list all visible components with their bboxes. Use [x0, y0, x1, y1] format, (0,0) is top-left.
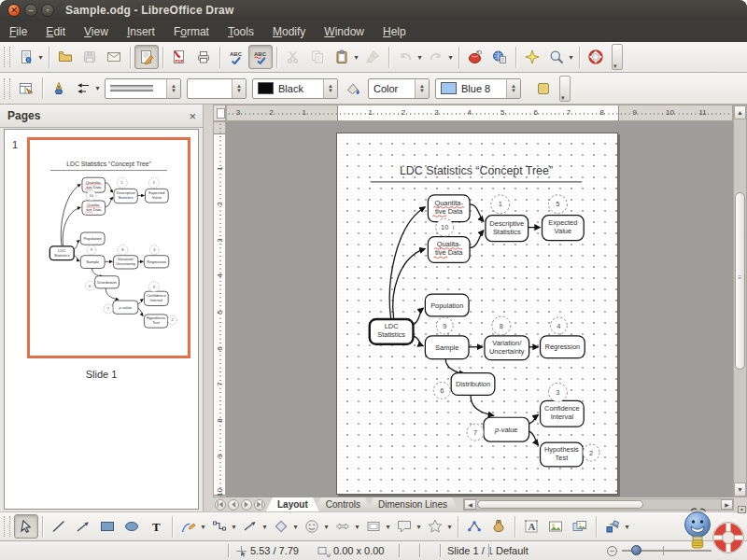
fontwork-button[interactable]: A [519, 514, 543, 539]
shadow-toggle-button[interactable] [531, 77, 556, 101]
connector-button[interactable] [207, 514, 232, 539]
node-sample[interactable]: Sample [80, 256, 105, 269]
insert-picture-button[interactable] [543, 514, 568, 539]
line-width-combo[interactable]: ▲▼ [187, 78, 247, 99]
menu-format[interactable]: Format [164, 21, 218, 42]
export-pdf-button[interactable]: PDF [167, 45, 191, 69]
node-p-value[interactable]: p-value [113, 301, 138, 314]
area-style-combo[interactable]: Color▲▼ [368, 78, 430, 99]
zoom-button[interactable] [544, 45, 569, 69]
spin-buttons-icon[interactable]: ▲▼ [506, 79, 520, 98]
node-regression[interactable]: Regression [541, 336, 585, 358]
callouts-dropdown-icon[interactable]: ▾ [415, 523, 423, 531]
next-page-button[interactable] [241, 499, 252, 511]
connector-distribution-to-pvalue[interactable] [471, 395, 494, 415]
arrow-style-dropdown-icon[interactable]: ▾ [93, 84, 102, 92]
zoom-out-icon[interactable]: − [607, 541, 617, 560]
numbered-circle-2[interactable]: 2 [583, 444, 599, 461]
callouts-button[interactable] [392, 514, 416, 539]
hyperlink-button[interactable] [463, 45, 487, 69]
email-document-button[interactable] [102, 45, 126, 69]
tab-controls[interactable]: Controls [315, 497, 372, 511]
web-document-button[interactable] [487, 45, 512, 69]
line-dialog-button[interactable] [47, 77, 71, 101]
numbered-circle-10[interactable]: 10 [87, 190, 96, 200]
horizontal-ruler[interactable]: 321123456789101112 [226, 105, 733, 121]
drawing-page[interactable]: LDC Statistics “Concept Tree”Quantita-ti… [336, 133, 618, 495]
node-population[interactable]: Population [425, 294, 469, 316]
connector-sample-to-distribution[interactable] [445, 359, 465, 374]
vertical-scrollbar[interactable]: ▲ ▼ [733, 105, 747, 497]
styles-and-formatting-button[interactable] [14, 77, 38, 101]
window-close-button[interactable]: ✕ [7, 4, 21, 17]
open-button[interactable] [53, 45, 78, 69]
node-hypothesis-test[interactable]: HypothesisTest [144, 315, 167, 328]
connector-ldc-to-quantitative[interactable] [389, 207, 425, 318]
numbered-circle-5[interactable]: 5 [148, 177, 159, 188]
zoom-dropdown-icon[interactable]: ▾ [567, 53, 575, 62]
symbol-shapes-button[interactable] [300, 514, 324, 539]
line-style-combo[interactable]: ▲▼ [105, 78, 181, 99]
connector-ldc-to-population[interactable] [74, 240, 79, 249]
numbered-circle-6[interactable]: 6 [85, 281, 94, 290]
zoom-slider-handle[interactable] [631, 545, 641, 555]
toolbar-overflow-button[interactable] [559, 76, 571, 102]
window-maximize-button[interactable]: ▫ [41, 4, 54, 17]
connector-ldc-to-qualitative[interactable] [63, 207, 80, 245]
node-quantitative-data[interactable]: Quantita-tive Data [82, 177, 106, 192]
node-variation-uncertainty[interactable]: Variation/Uncertainty [485, 336, 529, 360]
numbered-circle-4[interactable]: 4 [149, 245, 159, 255]
slide-thumbnail[interactable]: LDC Statistics “Concept Tree”Quantita-ti… [27, 137, 190, 358]
diagram-title[interactable]: LDC Statistics “Concept Tree” [66, 161, 151, 168]
node-distribution[interactable]: Distribution [451, 373, 495, 396]
last-page-button[interactable] [254, 499, 265, 511]
text-button[interactable]: T [144, 514, 168, 539]
stars-dropdown-icon[interactable]: ▾ [445, 523, 454, 531]
spin-buttons-icon[interactable]: ▲▼ [166, 79, 180, 98]
vertical-ruler[interactable]: 12345678910 [213, 121, 226, 497]
toolbar-overflow-button[interactable] [612, 44, 623, 70]
connector-dropdown-icon[interactable]: ▾ [230, 523, 238, 531]
arrow-style-button[interactable] [71, 77, 95, 101]
spelling-button[interactable]: ABC [224, 45, 248, 69]
node-sample[interactable]: Sample [425, 336, 469, 359]
node-quantitative-data[interactable]: Quantita-tive Data [428, 195, 470, 222]
connector-sample-to-distribution[interactable] [92, 268, 103, 276]
lines-and-arrows-button[interactable] [238, 514, 262, 539]
basic-shapes-button[interactable] [269, 514, 293, 539]
node-distribution[interactable]: Distribution [95, 276, 120, 288]
block-arrows-dropdown-icon[interactable]: ▾ [353, 523, 361, 531]
new-document-button[interactable] [14, 45, 38, 69]
basic-shapes-dropdown-icon[interactable]: ▾ [291, 523, 300, 531]
numbered-circle-1[interactable]: 1 [491, 195, 510, 214]
navigator-button[interactable] [520, 45, 544, 69]
node-expected-value[interactable]: ExpectedValue [543, 216, 585, 241]
menu-file[interactable]: File [0, 21, 36, 42]
connector-qualitative-to-descriptive[interactable] [470, 231, 484, 248]
numbered-circle-4[interactable]: 4 [550, 317, 567, 334]
node-p-value[interactable]: p-value [484, 417, 529, 441]
node-qualitative-data[interactable]: Qualita-tive Data [428, 237, 470, 263]
numbered-circle-9[interactable]: 9 [436, 317, 453, 334]
numbered-circle-1[interactable]: 1 [117, 177, 127, 188]
connector-ldc-to-population[interactable] [413, 308, 423, 325]
tab-dimension-lines[interactable]: Dimension Lines [367, 497, 458, 511]
connector-quantitative-to-descriptive[interactable] [470, 204, 484, 222]
spin-buttons-icon[interactable]: ▲▼ [415, 79, 429, 98]
horizontal-scrollbar-thumb[interactable] [477, 500, 643, 509]
symbol-shapes-dropdown-icon[interactable]: ▾ [322, 523, 331, 531]
node-ldc-statistics[interactable]: LDCStatistics [370, 319, 414, 344]
glue-points-button[interactable] [486, 514, 511, 539]
menu-tools[interactable]: Tools [218, 21, 263, 42]
connector-pvalue-to-confidence[interactable] [529, 414, 539, 424]
vertical-scrollbar-thumb[interactable] [735, 192, 745, 370]
line-color-combo[interactable]: Black▲▼ [252, 78, 338, 99]
page-style-label[interactable]: Default [496, 541, 529, 560]
rotate-button[interactable] [600, 514, 625, 539]
pages-panel-close-icon[interactable]: × [189, 109, 196, 123]
first-page-button[interactable] [215, 499, 226, 511]
connector-distribution-to-pvalue[interactable] [106, 288, 119, 300]
numbered-circle-7[interactable]: 7 [467, 424, 484, 441]
block-arrows-button[interactable] [331, 514, 355, 539]
numbered-circle-7[interactable]: 7 [104, 304, 113, 314]
